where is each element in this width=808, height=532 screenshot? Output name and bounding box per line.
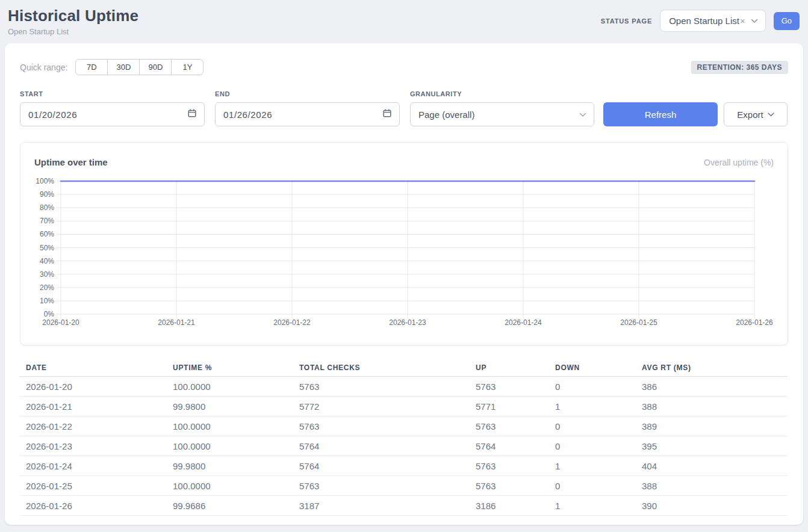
table-cell: 0	[549, 481, 636, 491]
svg-text:2026-01-26: 2026-01-26	[736, 318, 773, 327]
calendar-icon[interactable]	[187, 108, 197, 120]
table-cell: 2026-01-24	[20, 461, 167, 471]
table-row: 2026-01-20100.0000576357630386	[20, 377, 788, 397]
start-date-value: 01/20/2026	[28, 110, 77, 120]
end-date-field-wrap: END 01/26/2026	[215, 90, 400, 126]
granularity-label: GRANULARITY	[410, 90, 594, 97]
column-header: UP	[470, 363, 549, 372]
table-cell: 395	[636, 441, 788, 451]
svg-text:70%: 70%	[40, 217, 54, 225]
svg-text:50%: 50%	[40, 244, 54, 252]
table-cell: 2026-01-20	[20, 382, 167, 392]
table-cell: 99.9686	[167, 501, 293, 511]
table-cell: 2026-01-22	[20, 421, 167, 431]
table-cell: 3186	[470, 501, 549, 511]
table-cell: 2026-01-26	[20, 501, 167, 511]
table-cell: 388	[636, 401, 788, 412]
table-header-row: DATEUPTIME %TOTAL CHECKSUPDOWNAVG RT (MS…	[20, 359, 788, 377]
status-page-select-value: Open Startup List	[669, 16, 739, 26]
end-date-input[interactable]: 01/26/2026	[215, 102, 400, 126]
table-cell: 2026-01-25	[20, 481, 167, 491]
chart-legend: Overall uptime (%)	[704, 158, 774, 167]
table-cell: 99.9800	[167, 461, 293, 471]
svg-text:2026-01-23: 2026-01-23	[389, 318, 426, 327]
calendar-icon[interactable]	[382, 108, 392, 120]
table-cell: 404	[636, 461, 788, 471]
end-date-label: END	[215, 90, 400, 97]
chart-title: Uptime over time	[34, 157, 108, 167]
chevron-down-icon	[751, 19, 758, 23]
quick-range-button-7d[interactable]: 7D	[75, 59, 108, 75]
end-date-value: 01/26/2026	[223, 110, 272, 120]
chart-header: Uptime over time Overall uptime (%)	[20, 156, 788, 169]
quick-range-label: Quick range:	[20, 63, 67, 72]
table-cell: 2026-01-23	[20, 441, 167, 451]
svg-text:90%: 90%	[40, 190, 54, 199]
chart-card: Uptime over time Overall uptime (%) 0%10…	[20, 142, 788, 345]
table-row: 2026-01-2199.9800577257711388	[20, 397, 788, 416]
column-header: UPTIME %	[167, 363, 293, 372]
start-date-field-wrap: START 01/20/2026	[20, 90, 205, 126]
table-row: 2026-01-22100.0000576357630389	[20, 416, 788, 436]
table-cell: 100.0000	[167, 382, 293, 392]
status-page-label: STATUS PAGE	[601, 17, 652, 25]
table-cell: 5763	[470, 382, 549, 392]
retention-badge: RETENTION: 365 DAYS	[691, 61, 788, 74]
svg-text:100%: 100%	[36, 177, 54, 185]
svg-text:2026-01-20: 2026-01-20	[42, 318, 79, 327]
svg-text:2026-01-24: 2026-01-24	[505, 318, 542, 327]
svg-text:20%: 20%	[40, 283, 54, 292]
controls-row: START 01/20/2026 END 01/26/2026 GRANULAR…	[20, 90, 788, 126]
go-button[interactable]: Go	[774, 12, 800, 30]
granularity-select[interactable]: Page (overall)	[410, 102, 594, 126]
table-cell: 5764	[293, 441, 470, 451]
table-row: 2026-01-2499.9800576457631404	[20, 456, 788, 476]
svg-text:60%: 60%	[40, 230, 54, 238]
page-header: Historical Uptime Open Startup List STAT…	[0, 0, 808, 43]
granularity-value: Page (overall)	[418, 110, 474, 120]
svg-text:0%: 0%	[44, 310, 55, 318]
chevron-down-icon	[768, 113, 774, 117]
uptime-line-chart: 0%10%20%30%40%50%60%70%80%90%100%2026-01…	[20, 176, 788, 334]
table-cell: 99.9800	[167, 401, 293, 412]
svg-text:2026-01-21: 2026-01-21	[158, 318, 195, 327]
table-cell: 5763	[293, 481, 470, 491]
main-panel: Quick range: 7D30D90D1Y RETENTION: 365 D…	[5, 43, 803, 525]
export-button[interactable]: Export	[724, 102, 788, 126]
table-cell: 386	[636, 382, 788, 392]
table-cell: 100.0000	[167, 441, 293, 451]
clear-x-icon[interactable]: ×	[740, 16, 745, 26]
start-date-input[interactable]: 01/20/2026	[20, 102, 205, 126]
table-cell: 388	[636, 481, 788, 491]
table-cell: 5763	[470, 421, 549, 431]
table-row: 2026-01-2699.9686318731861390	[20, 496, 788, 516]
svg-text:30%: 30%	[40, 270, 54, 279]
table-row: 2026-01-23100.0000576457640395	[20, 436, 788, 456]
column-header: DATE	[20, 363, 167, 372]
quick-range-button-30d[interactable]: 30D	[107, 59, 140, 75]
table-cell: 100.0000	[167, 421, 293, 431]
header-controls: STATUS PAGE Open Startup List × Go	[601, 10, 800, 32]
svg-text:80%: 80%	[40, 203, 54, 212]
quick-range-group: 7D30D90D1Y	[75, 59, 204, 75]
quick-range-button-90d[interactable]: 90D	[139, 59, 172, 75]
svg-text:2026-01-25: 2026-01-25	[620, 318, 657, 327]
table-row: 2026-01-25100.0000576357630388	[20, 476, 788, 496]
table-cell: 1	[549, 501, 636, 511]
table-cell: 0	[549, 441, 636, 451]
svg-text:2026-01-22: 2026-01-22	[273, 318, 311, 327]
table-cell: 5763	[470, 461, 549, 471]
table-cell: 5764	[293, 461, 470, 471]
quick-range-button-1y[interactable]: 1Y	[171, 59, 204, 75]
column-header: TOTAL CHECKS	[293, 363, 470, 372]
table-cell: 5763	[470, 481, 549, 491]
uptime-table: DATEUPTIME %TOTAL CHECKSUPDOWNAVG RT (MS…	[20, 359, 788, 516]
svg-text:10%: 10%	[40, 297, 54, 305]
table-cell: 100.0000	[167, 481, 293, 491]
svg-text:40%: 40%	[40, 257, 54, 265]
table-cell: 0	[549, 421, 636, 431]
status-page-select[interactable]: Open Startup List ×	[660, 10, 766, 32]
table-body: 2026-01-20100.00005763576303862026-01-21…	[20, 377, 788, 516]
column-header: DOWN	[549, 363, 636, 372]
refresh-button[interactable]: Refresh	[603, 102, 718, 126]
